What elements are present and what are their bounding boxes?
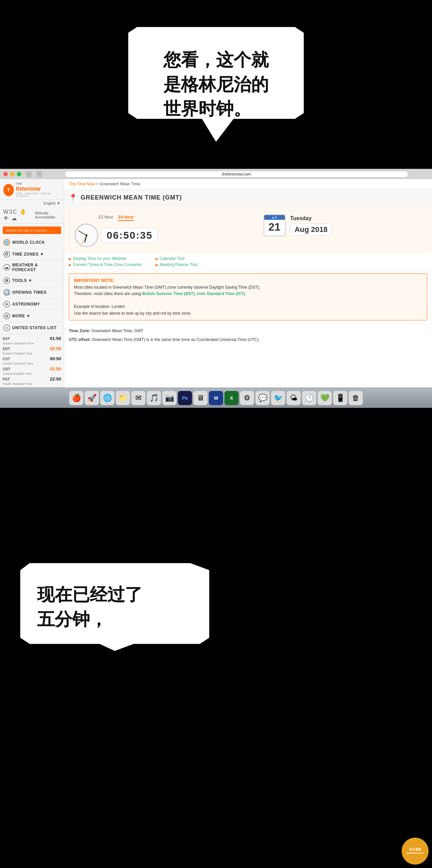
tab-12hour[interactable]: 12 hour [99,214,113,221]
forward-button[interactable]: › [36,171,42,177]
dock-icon-clock[interactable]: 🕐 [302,391,316,405]
browser-window: ‹ › thetimenow.com T THE timenow TIME. W… [0,169,432,408]
tz-cdt-row: CDT 01:50 [3,366,61,372]
sidebar-item-tools[interactable]: ⚙ TOOLS ▼ [0,275,64,287]
calendar-icon: ▲▼ 21 [264,214,286,236]
dock-bar: 🍎 🚀 🌐 📁 ✉ 🎵 📷 Ps 🖥 W X ⚙ 💬 🐦 🌤 🕐 💚 📱 🗑 [0,388,432,408]
bottom-speech-bubble: 现在已经过了 五分钟， [20,563,209,651]
bottom-section: 现在已经过了 五分钟， 包子漫画 baozimh.com [0,475,432,678]
top-section: 您看，这个就 是格林尼治的 世界时钟。 [0,0,432,169]
back-button[interactable]: ‹ [26,171,32,177]
timezone-list: EST 01:50 Eastern Standard Time EDT 02:5… [0,334,64,388]
tz-pst-row: PST 22:50 [3,376,61,382]
tab-24hour[interactable]: 24 hour [118,214,134,221]
url-bar[interactable]: thetimenow.com [65,171,408,178]
dock-icon-music[interactable]: 🎵 [147,391,161,405]
sidebar-item-us-list[interactable]: ≡ UNITED STATES LIST [0,322,64,334]
dock-icon-photo[interactable]: 📷 [162,391,177,405]
analog-clock [75,223,98,247]
calendar-tool-link[interactable]: ▶ Calendar Tool [156,256,198,261]
wsc-icons: W3C 🤚 👁 ☁ [3,209,33,221]
astronomy-icon: ✦ [3,301,10,308]
search-section [3,227,61,234]
tz-edt-row: EDT 02:50 [3,345,61,352]
dock-icon-rocket[interactable]: 🚀 [85,391,99,405]
convert-times-link[interactable]: ▶ Convert Times & Time Zone Converter [69,262,142,267]
sidebar-item-opening-times[interactable]: 🔄 OPENING TIMES [0,287,64,298]
sidebar-item-astronomy[interactable]: ✦ ASTRONOMY [0,298,64,310]
logo-icon: T [3,184,14,196]
search-input[interactable] [3,227,61,234]
browser-content-area: T THE timenow TIME. WEATHER. TRAVEL. SCI… [0,179,432,388]
bottom-bubble-text: 现在已经过了 五分钟， [37,582,142,632]
dock-icon-display[interactable]: 🖥 [193,391,208,405]
clock-widget: 12 hour 24 hour 06:50:35 [69,211,163,250]
dock-icon-wechat[interactable]: 💚 [318,391,332,405]
tz-info-section: Time Zone: Greenwich Mean Time, GMT UTC … [64,324,432,349]
mid-spacer [0,408,432,475]
list-icon: ≡ [3,324,10,331]
dock-icon-settings[interactable]: ⚙ [240,391,254,405]
close-button[interactable] [3,172,8,176]
sidebar-item-world-clock[interactable]: 🌐 WORLD CLOCK [0,237,64,248]
main-content: The Time Now > Greenwich Mean Time 📍 GRE… [64,179,432,388]
maximize-button[interactable] [17,172,21,176]
weather-icon: ☁ [3,264,10,271]
sidebar-item-more[interactable]: ⊙ MORE ▼ [0,310,64,322]
breadcrumb-home-link[interactable]: The Time Now [69,182,95,186]
clock-area: 12 hour 24 hour 06:50:35 [64,206,432,254]
accessibility-section: W3C 🤚 👁 ☁ Website Accessibility [0,207,64,224]
sidebar: T THE timenow TIME. WEATHER. TRAVEL. SCI… [0,179,64,388]
page-title: GREENWICH MEAN TIME (GMT) [81,194,182,201]
meeting-planner-link[interactable]: ▶ Meeting Planner Tool [156,262,198,267]
top-bubble-text: 您看，这个就 是格林尼治的 世界时钟。 [163,48,269,121]
dock-icon-ps[interactable]: Ps [178,391,192,405]
tools-icon: ⚙ [3,277,10,284]
tz-cst-row: CST 00:50 [3,356,61,362]
links-row: ▶ Display Time on your Website ▶ Convert… [64,254,432,270]
dock-icon-folder[interactable]: 📁 [116,391,130,405]
tz-est-row: EST 01:50 [3,335,61,342]
world-icon: 🌐 [3,239,10,246]
language-selector[interactable]: English ▼ [0,200,64,207]
minimize-button[interactable] [10,172,15,176]
dock-icon-phone[interactable]: 📱 [333,391,347,405]
page-title-bar: 📍 GREENWICH MEAN TIME (GMT) [64,189,432,206]
dock-icon-sun[interactable]: 🌤 [287,391,301,405]
dock-icon-trash[interactable]: 🗑 [349,391,363,405]
dock-icon-bird[interactable]: 🐦 [271,391,285,405]
top-speech-bubble: 您看，这个就 是格林尼治的 世界时钟。 [128,27,304,142]
clock-tabs: 12 hour 24 hour [99,214,134,221]
dock-icon-mail[interactable]: ✉ [131,391,145,405]
digital-time: 06:50:35 [102,228,158,243]
time-icon: ⏱ [3,251,10,258]
dock-icon-word[interactable]: W [209,391,223,405]
dock-icon-excel[interactable]: X [224,391,239,405]
display-time-link[interactable]: ▶ Display Time on your Website [69,256,142,261]
dock-icon-apple[interactable]: 🍎 [69,391,83,405]
clock-center [85,234,87,236]
breadcrumb: The Time Now > Greenwich Mean Time [64,179,432,189]
sidebar-item-weather[interactable]: ☁ WEATHER & FORECAST [0,260,64,275]
calendar-widget: ▲▼ 21 Tuesday Aug 2018 [168,211,427,250]
sidebar-logo: T THE timenow TIME. WEATHER. TRAVEL. SCI… [0,179,64,200]
sidebar-item-time-zones[interactable]: ⏱ TIME ZONES ▼ [0,248,64,260]
important-note: IMPORTANT NOTE: Most cities located in G… [69,273,427,320]
browser-titlebar: ‹ › thetimenow.com [0,169,432,179]
location-icon: 📍 [69,193,77,202]
opening-icon: 🔄 [3,289,10,296]
more-icon: ⊙ [3,313,10,319]
dock-icon-browser[interactable]: 🌐 [100,391,114,405]
dock-icon-chat[interactable]: 💬 [255,391,270,405]
